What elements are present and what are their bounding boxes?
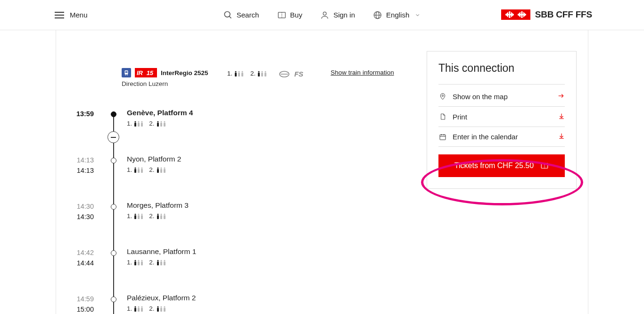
menu-label: Menu — [70, 11, 88, 19]
download-icon — [558, 112, 565, 121]
nav-signin-label: Sign in — [333, 11, 355, 19]
svg-rect-9 — [509, 11, 510, 18]
stop-row: 14:30 14:30 Morges, Platform 3 1. 2. — [66, 201, 339, 247]
train-line-badge: IR 15 — [135, 68, 157, 77]
arrival-time: 14:13 — [66, 155, 94, 165]
svg-rect-45 — [164, 123, 165, 127]
svg-point-34 — [135, 121, 136, 122]
train-name: InterRegio 2525 — [161, 69, 208, 76]
svg-point-86 — [141, 306, 143, 307]
svg-point-78 — [160, 260, 162, 261]
svg-point-40 — [157, 121, 158, 122]
svg-point-24 — [241, 71, 243, 72]
nav-language-label: English — [386, 11, 409, 19]
svg-line-1 — [229, 16, 231, 18]
tickets-button-label: Tickets from CHF 25.50 — [454, 161, 534, 170]
svg-rect-87 — [141, 308, 143, 312]
svg-rect-83 — [134, 308, 136, 312]
stop-name: Genève, Platform 4 — [127, 109, 339, 117]
nav-search[interactable]: Search — [223, 10, 259, 20]
panel-calendar[interactable]: Enter in the calendar — [438, 127, 565, 147]
page-content: IR 15 InterRegio 2525 Direction Luzern 1… — [56, 30, 588, 314]
panel-item-label: Print — [453, 113, 467, 121]
svg-rect-21 — [235, 73, 237, 76]
stop-marker-icon — [111, 204, 116, 210]
stop-row: 14:59 15:00 Palézieux, Platform 2 1. 2. — [66, 294, 339, 314]
svg-rect-35 — [134, 123, 136, 127]
route-timeline: 13:59 Genève, Platform 4 1. 2. — [66, 109, 339, 314]
brand-logo[interactable]: SBB CFF FFS — [501, 9, 592, 20]
connection-panel: This connection Show on the map Print — [427, 51, 577, 189]
svg-point-30 — [265, 71, 266, 72]
family-zone-icon: FS — [294, 70, 303, 78]
svg-rect-85 — [138, 308, 140, 312]
stop-marker-icon — [111, 158, 116, 163]
ticket-icon — [540, 161, 549, 170]
svg-rect-27 — [258, 73, 260, 76]
svg-point-60 — [138, 213, 140, 215]
arrival-time: 14:42 — [66, 247, 94, 258]
svg-rect-81 — [164, 262, 165, 265]
svg-point-70 — [135, 260, 136, 261]
departure-time: 13:59 — [66, 109, 94, 119]
svg-rect-104 — [541, 163, 548, 169]
departure-time: 14:30 — [66, 212, 94, 222]
svg-point-50 — [141, 167, 143, 169]
panel-title: This connection — [438, 62, 565, 75]
ticket-icon — [277, 10, 286, 20]
svg-rect-63 — [141, 215, 143, 219]
svg-marker-15 — [523, 12, 526, 17]
svg-point-44 — [164, 121, 165, 122]
svg-point-22 — [238, 71, 239, 72]
svg-point-82 — [135, 306, 136, 307]
search-icon — [223, 10, 233, 20]
svg-point-42 — [160, 121, 162, 122]
panel-show-on-map[interactable]: Show on the map — [438, 86, 565, 107]
panel-print[interactable]: Print — [438, 107, 565, 127]
svg-rect-31 — [264, 73, 266, 76]
download-icon — [558, 132, 565, 141]
svg-rect-93 — [164, 308, 165, 312]
svg-rect-53 — [157, 169, 159, 173]
stop-occupancy: 1. 2. — [127, 212, 339, 220]
svg-rect-91 — [160, 308, 162, 312]
svg-rect-49 — [138, 169, 140, 173]
svg-point-54 — [160, 167, 162, 169]
tickets-button[interactable]: Tickets from CHF 25.50 — [438, 154, 565, 177]
occupancy-class2: 2. — [250, 70, 267, 77]
user-icon — [320, 10, 330, 20]
stop-marker-icon — [111, 297, 116, 302]
svg-point-36 — [138, 121, 140, 122]
stop-marker-icon — [111, 250, 116, 256]
svg-point-28 — [262, 71, 263, 72]
stop-name: Nyon, Platform 2 — [127, 155, 339, 163]
svg-point-66 — [160, 213, 162, 215]
svg-point-48 — [138, 167, 140, 169]
svg-point-56 — [164, 167, 165, 169]
nav-buy[interactable]: Buy — [277, 10, 302, 20]
app-header: Menu Search Buy Sign in English — [0, 0, 644, 30]
show-train-info-link[interactable]: Show train information — [330, 69, 394, 76]
svg-point-74 — [141, 260, 143, 261]
svg-rect-57 — [164, 169, 165, 173]
sbb-logo-icon — [501, 9, 530, 20]
svg-rect-55 — [160, 169, 162, 173]
svg-rect-25 — [241, 73, 243, 76]
nav-language[interactable]: English — [373, 10, 421, 20]
svg-point-0 — [224, 11, 230, 17]
svg-rect-65 — [157, 215, 159, 219]
svg-point-26 — [258, 71, 260, 72]
menu-button[interactable]: Menu — [55, 11, 88, 19]
nav-signin[interactable]: Sign in — [320, 10, 355, 20]
svg-point-76 — [157, 260, 158, 261]
train-occupancy: 1. 2. FS — [227, 69, 304, 78]
train-type-icon — [122, 68, 131, 77]
svg-point-92 — [164, 306, 165, 307]
svg-point-80 — [164, 260, 165, 261]
svg-point-72 — [138, 260, 140, 261]
stop-name: Palézieux, Platform 2 — [127, 294, 339, 302]
collapse-stops-button[interactable] — [107, 131, 119, 143]
train-header: IR 15 InterRegio 2525 Direction Luzern 1… — [122, 68, 394, 87]
arrival-time: 14:59 — [66, 294, 94, 304]
svg-point-20 — [235, 71, 236, 72]
